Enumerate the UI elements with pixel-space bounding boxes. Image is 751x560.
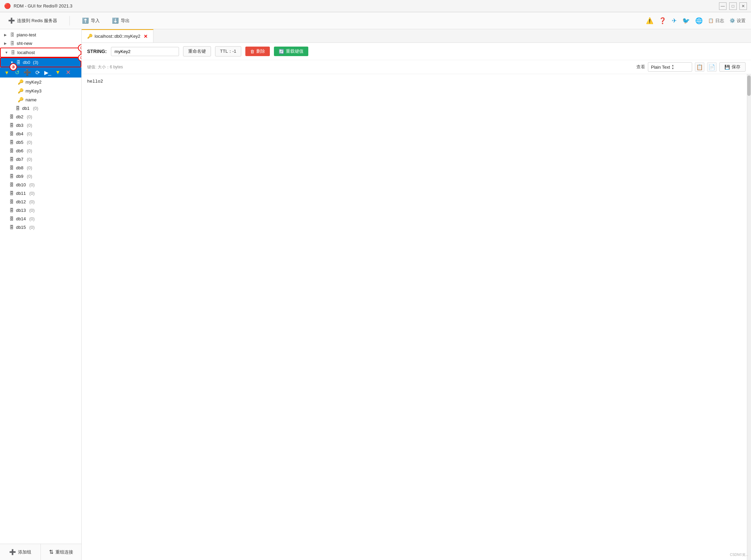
sidebar-item-localhost[interactable]: ▼ 🗄 localhost ① <box>0 48 81 57</box>
sidebar-item-db9[interactable]: 🗄 db9 (0) <box>0 172 81 181</box>
delete-icon[interactable]: ✕ <box>64 68 72 77</box>
sidebar-item-db5[interactable]: 🗄 db5 (0) <box>0 138 81 147</box>
server-icon: 🗄 <box>11 50 15 55</box>
sidebar-item-label: db8 <box>16 165 23 170</box>
paste-icon: 📄 <box>708 64 715 70</box>
sidebar-item-db8[interactable]: 🗄 db8 (0) <box>0 164 81 172</box>
sidebar-item-db11[interactable]: 🗄 db11 (0) <box>0 189 81 198</box>
close-button[interactable]: ✕ <box>739 2 747 10</box>
tab-item-mykey2[interactable]: 🔑 localhost::db0::myKey2 ✕ <box>82 29 153 43</box>
sidebar-item-db3[interactable]: 🗄 db3 (0) <box>0 121 81 130</box>
sidebar-item-label: db6 <box>16 148 23 153</box>
reconnect-button[interactable]: ⇅ 重组连接 <box>41 544 81 560</box>
maximize-button[interactable]: □ <box>729 2 737 10</box>
reload-key-label: 重载键值 <box>286 48 304 54</box>
view-label: 查看 <box>636 64 645 70</box>
sidebar-item-db4[interactable]: 🗄 db4 (0) <box>0 130 81 138</box>
key-header: STRING: 重命名键 TTL：-1 🗑 删除 🔄 重载键值 <box>82 43 751 60</box>
sidebar-item-db7[interactable]: 🗄 db7 (0) <box>0 155 81 164</box>
server-icon: 🗄 <box>10 41 15 46</box>
connect-label: 连接到 Redis 服务器 <box>17 18 57 24</box>
value-editor[interactable]: hello2 <box>82 74 751 560</box>
view-format-select[interactable]: Plain Text ▲ ▼ <box>648 62 692 72</box>
annotation-3: ③ <box>10 63 17 71</box>
sidebar-item-count: (0) <box>29 208 35 213</box>
app-icon: 🔴 <box>4 3 11 9</box>
sidebar-item-label: db13 <box>16 208 26 213</box>
db-icon: 🗄 <box>10 131 14 136</box>
paste-value-button[interactable]: 📄 <box>707 62 717 72</box>
export-button[interactable]: ⬇️ 导出 <box>109 16 132 25</box>
value-size-text: 键值: 大小：6 bytes <box>87 64 123 70</box>
connect-button[interactable]: ➕ 连接到 Redis 服务器 <box>5 16 60 25</box>
right-toolbar: ⚠️ ❓ ✈ 🐦 🌐 📋 日志 ⚙️ 设置 <box>646 17 746 24</box>
sidebar-key-myKey2[interactable]: 🔑 myKey2 <box>0 78 81 86</box>
sidebar-item-piano-test[interactable]: ▶ 🗄 piano-test <box>0 31 81 39</box>
arrow-icon: ▼ <box>5 51 9 54</box>
window-controls: — □ ✕ <box>719 2 747 10</box>
tab-title: localhost::db0::myKey2 <box>95 34 140 39</box>
db-icon: 🗄 <box>10 182 14 187</box>
db-icon: 🗄 <box>10 140 14 145</box>
rename-key-button[interactable]: 重命名键 <box>183 46 211 56</box>
sidebar-footer: ➕ 添加组 ⇅ 重组连接 <box>0 544 81 560</box>
reload-key-button[interactable]: 🔄 重载键值 <box>274 47 308 56</box>
sidebar: ▶ 🗄 piano-test ▶ 🗄 sht-new ▼ 🗄 localhost… <box>0 29 82 560</box>
sidebar-item-label: db4 <box>16 131 23 136</box>
export-icon: ⬇️ <box>112 17 119 24</box>
sidebar-item-db0-label: db0 <box>23 60 30 65</box>
minimize-button[interactable]: — <box>719 2 726 10</box>
save-button[interactable]: 💾 保存 <box>719 62 746 72</box>
scrollbar-track <box>747 74 751 560</box>
sidebar-item-db1[interactable]: 🗄 db1 (0) <box>0 104 81 113</box>
save-icon: 💾 <box>724 65 730 70</box>
scrollbar-thumb[interactable] <box>747 75 751 96</box>
globe-icon[interactable]: 🌐 <box>695 17 703 24</box>
sidebar-item-db15[interactable]: 🗄 db15 (0) <box>0 223 81 232</box>
sidebar-item-db2[interactable]: 🗄 db2 (0) <box>0 113 81 121</box>
warning-icon[interactable]: ⚠️ <box>646 17 653 24</box>
add-group-button[interactable]: ➕ 添加组 <box>0 544 41 560</box>
db-icon: 🗄 <box>10 165 14 170</box>
settings-item[interactable]: ⚙️ 设置 <box>730 18 746 24</box>
tab-close-button[interactable]: ✕ <box>144 34 148 39</box>
toolbar-separator-1 <box>69 16 70 26</box>
server-icon: 🗄 <box>10 32 15 37</box>
sidebar-item-count: (0) <box>29 182 35 187</box>
reload-icon[interactable]: ⟳ <box>33 68 42 77</box>
sidebar-item-db13[interactable]: 🗄 db13 (0) <box>0 206 81 215</box>
lock-icon: 🔑 <box>87 34 93 39</box>
db-icon: 🗄 <box>10 199 14 204</box>
sidebar-key-name[interactable]: 🔑 name <box>0 95 81 104</box>
annotation-2: ② <box>78 54 81 62</box>
sidebar-item-db6[interactable]: 🗄 db6 (0) <box>0 147 81 155</box>
main-toolbar: ➕ 连接到 Redis 服务器 ⬆️ 导入 ⬇️ 导出 ⚠️ ❓ ✈ 🐦 🌐 📋… <box>0 12 751 29</box>
sidebar-item-db14[interactable]: 🗄 db14 (0) <box>0 215 81 223</box>
copy-value-button[interactable]: 📋 <box>695 62 704 72</box>
sidebar-key-myKey3[interactable]: 🔑 myKey3 <box>0 86 81 95</box>
add-key-icon[interactable]: ➕ <box>23 68 31 77</box>
sidebar-item-label: db5 <box>16 140 23 145</box>
reconnect-icon: ⇅ <box>49 549 53 555</box>
sidebar-item-db10[interactable]: 🗄 db10 (0) <box>0 181 81 189</box>
help-icon[interactable]: ❓ <box>659 17 666 24</box>
filter-icon[interactable]: ▼ <box>3 68 11 77</box>
sort-icon[interactable]: ▼ <box>54 68 62 77</box>
terminal-icon[interactable]: ▶_ <box>44 68 52 77</box>
sidebar-key-label: myKey2 <box>26 80 42 85</box>
import-button[interactable]: ⬆️ 导入 <box>79 16 102 25</box>
connect-icon: ➕ <box>8 17 15 24</box>
sidebar-item-db12[interactable]: 🗄 db12 (0) <box>0 198 81 206</box>
sidebar-item-sht-new[interactable]: ▶ 🗄 sht-new <box>0 39 81 48</box>
reload-key-icon: 🔄 <box>279 49 284 54</box>
log-item[interactable]: 📋 日志 <box>708 18 724 24</box>
import-icon: ⬆️ <box>82 17 89 24</box>
key-name-input[interactable] <box>111 47 179 56</box>
annotation-1: ① <box>78 44 81 52</box>
key-icon: 🔑 <box>18 97 23 102</box>
delete-key-button[interactable]: 🗑 删除 <box>245 47 270 56</box>
telegram-icon[interactable]: ✈ <box>672 17 677 24</box>
sidebar-item-count: (0) <box>27 123 32 128</box>
twitter-icon[interactable]: 🐦 <box>682 17 690 24</box>
db-icon: 🗄 <box>16 106 20 111</box>
